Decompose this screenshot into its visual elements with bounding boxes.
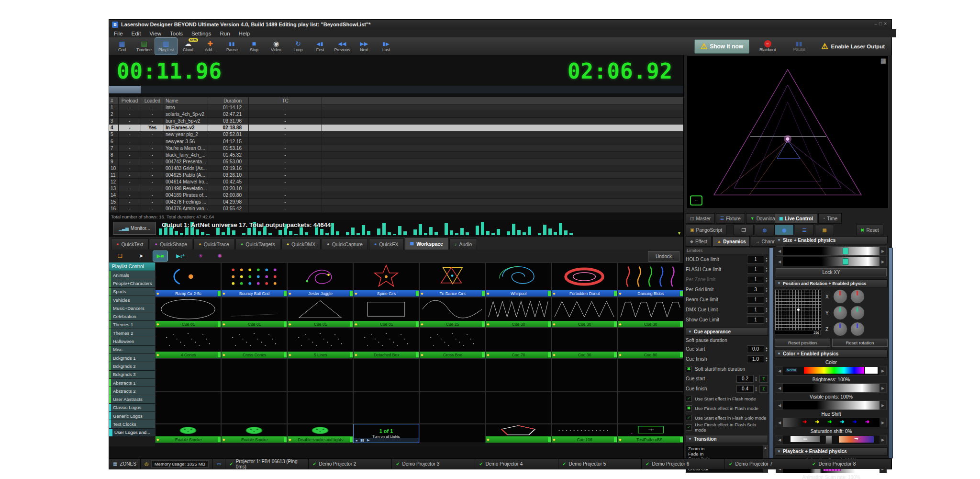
sidebar-item-user-abstracts[interactable]: User Abstracts (109, 395, 155, 403)
spin-down-icon[interactable]: ▼ (765, 290, 768, 293)
playlist-row[interactable]: 4-YesIn Flames-v202:18.88- (109, 125, 683, 131)
cue-label-bar[interactable]: ◆Tri Dance Cirs (420, 290, 485, 297)
knob-y[interactable] (850, 306, 865, 320)
tab-quicktargets[interactable]: ●QuickTargets (235, 239, 280, 250)
sidebar-item-bckgrnds-2[interactable]: Bckgrnds 2 (109, 362, 155, 370)
spin-down-icon[interactable]: ▼ (765, 349, 768, 352)
cue-label-bar[interactable]: ◆Ramp Cir 2-5c (156, 290, 221, 297)
toolbar-button-playlist[interactable]: ▥Play List (155, 38, 177, 55)
knob-x[interactable] (850, 289, 865, 304)
stop-icon[interactable]: ■ (356, 439, 357, 442)
projector-status[interactable]: ✔Demo Projector 4 (475, 459, 558, 469)
cue-cell[interactable]: ◆Ramp Cir 2-5c (155, 262, 221, 297)
lock-xy-button[interactable]: Lock XY (776, 268, 887, 276)
saturation-slider[interactable]: ◀⬅➡▶ (776, 435, 887, 445)
cue-appearance-header[interactable]: ▼Cue appearance (686, 328, 768, 336)
slider-track[interactable] (783, 401, 880, 410)
sidebar-item-celebration[interactable]: Celebration (109, 312, 155, 320)
cue-cell[interactable]: ◆Cross Box (419, 328, 485, 358)
cursor-icon[interactable]: ➤ (134, 251, 148, 261)
cue-cell[interactable]: ◆Cue 30 (551, 297, 617, 328)
cue-cell[interactable]: ◆Cue 30 (617, 297, 683, 328)
playlist-row[interactable]: 13--001498 Revelatio...03:20.10- (109, 185, 683, 192)
pages-icon[interactable]: ❐ (734, 225, 754, 235)
playlist-row[interactable]: 3--burn_3ch_5p-v203:31.96- (109, 118, 683, 125)
cue-cell[interactable]: ◆Spine Cirs (353, 262, 419, 297)
menu-help[interactable]: Help (239, 31, 250, 36)
spinner-arrows[interactable]: ▲▼ (765, 267, 768, 273)
close-button[interactable]: × (884, 21, 889, 26)
cue-cell[interactable] (485, 392, 551, 424)
sidebar-item-bckgrnds-1[interactable]: Bckgrnds 1 (109, 354, 155, 362)
spinner-arrows[interactable]: ▲▼ (755, 376, 757, 382)
monitor-button[interactable]: ▁▃▅ Monitor... (113, 222, 156, 235)
undock-button[interactable]: Undock (648, 251, 679, 262)
cue-cell[interactable]: ◆Cue 30 (551, 328, 617, 358)
cue-cell[interactable]: ◆Bouncy Ball Grid (221, 262, 287, 297)
cue-cell[interactable]: ◆Whirpool (485, 262, 551, 297)
flash-check-row[interactable]: ✔Use Start effect in Flash Solo mode (686, 413, 768, 422)
playback-section-header[interactable]: ▼Playback + Enabled physics (775, 447, 888, 456)
cue-cell[interactable]: ◆5 Lines (287, 328, 353, 358)
sidebar-item-animals[interactable]: Animals (109, 271, 155, 279)
playlist-row[interactable]: 9--004742 Presenta...05:53.00- (109, 159, 683, 165)
spinner[interactable]: 1▲▼ (747, 266, 768, 274)
slider-left-arrow[interactable]: ◀ (776, 384, 783, 392)
window-controls[interactable]: –□× (875, 21, 889, 26)
toolbar-button-last[interactable]: ▮▶Last (375, 38, 397, 55)
color-slider[interactable]: ◀Norm▶ (776, 366, 887, 376)
color-section-header[interactable]: ▼Color + Enabled physics (775, 350, 888, 358)
menu-file[interactable]: File (114, 31, 123, 36)
slider-right-arrow[interactable]: ▶ (880, 247, 886, 255)
reset-button[interactable]: ✖Reset (856, 225, 883, 235)
cue-label-bar[interactable]: ◆Cue 30 (618, 321, 683, 327)
column-header-Name[interactable]: Name (164, 97, 208, 104)
sidebar-item-music-dancers[interactable]: Music+Dancers (109, 304, 155, 312)
cue-cell[interactable]: ◆Jester Juggle (287, 262, 353, 297)
column-header-Duration[interactable]: Duration (208, 97, 249, 104)
cue-cell[interactable] (353, 392, 419, 424)
live-control-scrollbar[interactable] (889, 248, 893, 458)
spinner-arrows[interactable]: ▲▼ (765, 257, 768, 262)
cue-cell[interactable] (155, 392, 221, 424)
cue-label-bar[interactable]: ◆5 Lines (288, 352, 353, 358)
checkbox[interactable]: ✔ (686, 415, 692, 421)
slider-track[interactable] (783, 384, 880, 392)
spinner-arrows[interactable]: ▲▼ (765, 346, 768, 352)
column-header-TC[interactable]: TC (249, 97, 322, 104)
hue-shift-slider[interactable]: ◀➜➜➜➜➜➜▶ (776, 418, 887, 427)
effect-icon-button[interactable]: Σ (759, 375, 768, 383)
layers-icon[interactable]: ☰ (795, 225, 814, 235)
pause-icon[interactable]: ▮▮ (360, 438, 364, 442)
play-stop-icon[interactable]: ▶■ (153, 251, 167, 261)
playlist-row[interactable]: 12--004614 Marvel Iro...00:42.45- (109, 179, 683, 185)
cue-cell[interactable] (617, 392, 683, 424)
transition-option[interactable]: Zoom in (688, 446, 766, 452)
tab-dynamics[interactable]: ▲Dynamics (713, 236, 750, 247)
sidebar-item-user-logos-and-[interactable]: User Logos and... (109, 429, 155, 437)
sidebar-item-themes-1[interactable]: Themes 1 (109, 321, 155, 329)
globe-icon[interactable]: ◍ (755, 225, 775, 235)
size-section-header[interactable]: ▼Size + Enabled physics (775, 236, 888, 244)
cue-cell[interactable]: ◆ (485, 424, 551, 443)
playlist-row[interactable]: 10--001483 Grids (As...03:19.16- (109, 165, 683, 172)
spinner[interactable]: 0.0▲▼ (747, 345, 768, 353)
laser-preview-canvas[interactable]: ▦ ·· (687, 56, 889, 209)
cue-label-bar[interactable]: ◆Bouncy Ball Grid (222, 290, 287, 297)
menu-edit[interactable]: Edit (132, 31, 141, 36)
slider-right-arrow[interactable]: ▶ (880, 418, 886, 427)
spinner-arrows[interactable]: ▲▼ (765, 317, 768, 323)
cue-label-bar[interactable]: ◆Whirpool (486, 290, 551, 297)
cue-label-bar[interactable]: ◆Cross Cones (222, 352, 287, 358)
projector-status[interactable]: ✔Demo Projector 8 (808, 459, 891, 469)
cue-label-bar[interactable]: ◆Cue 01 (156, 321, 221, 327)
minimize-button[interactable]: – (875, 21, 880, 26)
cue-cell[interactable] (287, 358, 353, 392)
toolbar-button-grid[interactable]: ▦Grid (111, 38, 133, 55)
sidebar-header[interactable]: Playlist Control (109, 262, 155, 271)
mini-transport[interactable]: ■▮▮▶ (354, 438, 419, 443)
projector-status[interactable]: ✔Demo Projector 3 (392, 459, 475, 469)
column-header-num[interactable]: # (109, 97, 119, 104)
spinner[interactable]: 1▲▼ (747, 306, 768, 314)
reset-position-button[interactable]: Reset position (775, 339, 830, 347)
